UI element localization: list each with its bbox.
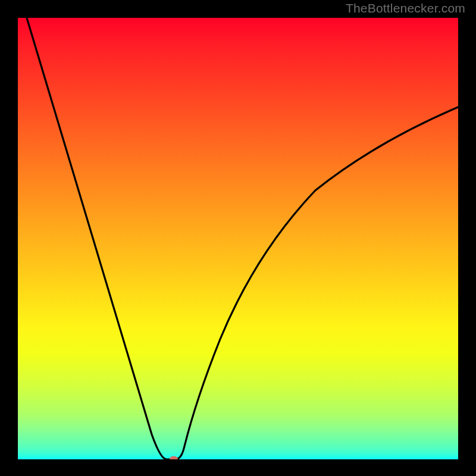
- plot-area: [18, 18, 458, 459]
- chart-container: TheBottlenecker.com: [0, 0, 476, 476]
- minimum-marker: [170, 456, 178, 460]
- bottleneck-curve: [18, 18, 458, 459]
- watermark-text: TheBottlenecker.com: [346, 1, 465, 15]
